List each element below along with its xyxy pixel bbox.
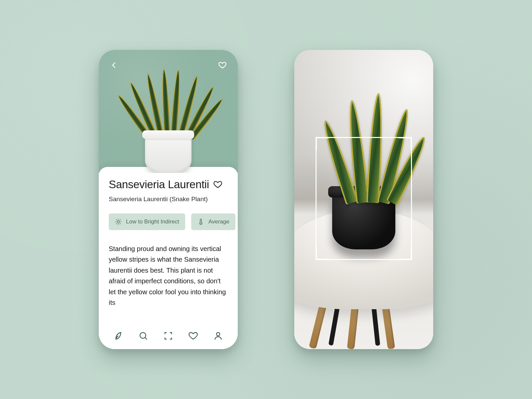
svg-point-3 [216, 332, 220, 336]
heart-icon [213, 180, 222, 189]
tab-scan[interactable] [162, 330, 175, 342]
plant-subtitle: Sansevieria Laurentii (Snake Plant) [109, 196, 228, 203]
plant-description: Standing proud and owning its vertical y… [109, 243, 228, 308]
tab-favorites[interactable] [187, 330, 200, 342]
chip-temperature[interactable]: Average [191, 213, 235, 230]
tab-plants[interactable] [112, 330, 125, 342]
scanner-screen [294, 50, 433, 349]
plant-title: Sansevieria Laurentii [109, 178, 209, 191]
back-button[interactable] [108, 59, 120, 71]
detail-screen: Sansevieria Laurentii Sansevieria Lauren… [99, 50, 238, 349]
arrow-left-icon [110, 61, 118, 69]
svg-point-0 [117, 220, 119, 223]
user-icon [213, 331, 223, 341]
tab-search[interactable] [137, 330, 150, 342]
care-chips: Low to Bright Indirect Average [109, 213, 228, 230]
sun-icon [115, 218, 122, 225]
heart-icon [188, 331, 198, 341]
favorite-inline-button[interactable] [213, 180, 222, 189]
plant-illustration [132, 75, 205, 173]
tab-bar [99, 323, 238, 349]
chip-light-label: Low to Bright Indirect [126, 218, 179, 225]
heart-icon [218, 61, 227, 69]
tab-profile[interactable] [212, 330, 224, 342]
info-sheet: Sansevieria Laurentii Sansevieria Lauren… [99, 167, 238, 323]
svg-point-2 [140, 332, 146, 338]
camera-viewfinder[interactable] [294, 50, 433, 349]
scene-plant [321, 93, 407, 203]
chip-light[interactable]: Low to Bright Indirect [109, 213, 185, 230]
favorite-button[interactable] [216, 59, 228, 71]
chip-temperature-label: Average [208, 218, 229, 225]
hero-image [99, 50, 238, 173]
search-icon [138, 331, 148, 341]
scan-frame-icon [163, 331, 173, 341]
thermometer-icon [197, 218, 204, 225]
svg-point-1 [200, 223, 201, 224]
leaf-icon [113, 331, 123, 341]
